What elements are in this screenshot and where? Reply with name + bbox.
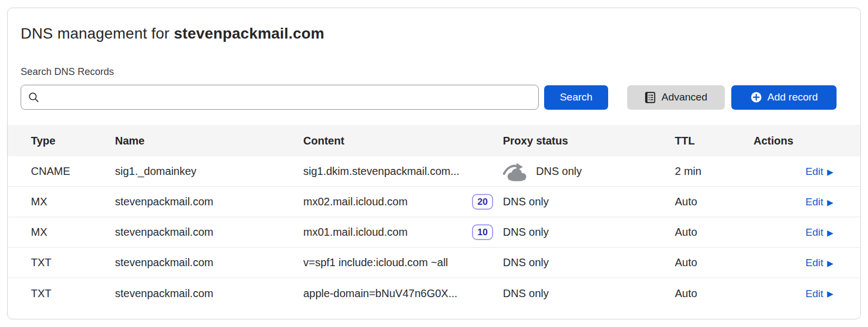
cell-actions: Edit▶: [754, 165, 833, 178]
advanced-list-icon: [644, 91, 656, 104]
table-row: TXT stevenpackmail.com v=spf1 include:ic…: [8, 248, 860, 278]
cell-ttl: Auto: [675, 196, 754, 208]
cell-name: stevenpackmail.com: [115, 287, 303, 300]
table-row: TXT stevenpackmail.com apple-domain=bNuV…: [8, 278, 860, 309]
dns-toolbar: Search Advanced Add record: [21, 85, 837, 110]
record-content: mx01.mail.icloud.com: [303, 226, 407, 238]
cell-actions: Edit▶: [754, 287, 833, 300]
record-content: mx02.mail.icloud.com: [303, 196, 407, 208]
proxy-status-label: DNS only: [503, 196, 548, 208]
table-row: MX stevenpackmail.com mx02.mail.icloud.c…: [8, 187, 860, 217]
edit-link-label: Edit: [806, 257, 824, 269]
search-button[interactable]: Search: [544, 85, 608, 110]
cell-actions: Edit▶: [754, 196, 833, 208]
cell-content: v=spf1 include:icloud.com ~all: [303, 256, 503, 269]
advanced-button-label: Advanced: [661, 91, 707, 103]
cell-ttl: 2 min: [675, 165, 754, 178]
priority-badge: 20: [472, 194, 493, 210]
cell-name: sig1._domainkey: [115, 165, 303, 178]
cell-type: TXT: [31, 287, 115, 300]
cell-type: CNAME: [31, 165, 115, 178]
page-title-prefix: DNS management for: [21, 25, 174, 42]
proxy-status-label: DNS only: [536, 165, 582, 178]
edit-arrow-icon: ▶: [827, 290, 833, 298]
cell-actions: Edit▶: [754, 256, 833, 269]
search-icon: [28, 91, 40, 103]
cell-ttl: Auto: [675, 226, 754, 238]
cell-type: MX: [31, 226, 115, 238]
cell-content: sig1.dkim.stevenpackmail.com...: [303, 165, 503, 178]
edit-link[interactable]: Edit▶: [806, 257, 833, 269]
record-content: apple-domain=bNuV47n6G0X...: [303, 287, 457, 300]
plus-circle-icon: [750, 91, 762, 103]
column-header-actions: Actions: [754, 135, 833, 147]
cell-ttl: Auto: [675, 287, 754, 300]
table-row: MX stevenpackmail.com mx01.mail.icloud.c…: [8, 217, 860, 248]
cell-content: mx02.mail.icloud.com 20: [303, 194, 503, 210]
cell-ttl: Auto: [675, 256, 754, 269]
cell-type: MX: [31, 196, 115, 208]
edit-arrow-icon: ▶: [827, 229, 833, 237]
edit-arrow-icon: ▶: [827, 259, 833, 267]
column-header-proxy-status: Proxy status: [503, 135, 675, 147]
cell-name: stevenpackmail.com: [115, 196, 303, 208]
column-header-type: Type: [31, 135, 115, 147]
advanced-button[interactable]: Advanced: [627, 85, 725, 110]
cell-proxy-status: DNS only: [503, 287, 675, 300]
table-row: CNAME sig1._domainkey sig1.dkim.stevenpa…: [8, 156, 860, 187]
add-record-button-label: Add record: [768, 91, 818, 103]
table-header-row: Type Name Content Proxy status TTL Actio…: [8, 125, 860, 156]
cell-name: stevenpackmail.com: [115, 226, 303, 238]
cell-proxy-status: DNS only: [503, 226, 675, 238]
record-content: v=spf1 include:icloud.com ~all: [303, 256, 448, 269]
priority-badge: 10: [472, 224, 493, 240]
edit-link-label: Edit: [806, 288, 824, 300]
proxy-status-label: DNS only: [503, 226, 548, 238]
cell-name: stevenpackmail.com: [115, 256, 303, 269]
proxy-status-label: DNS only: [503, 256, 548, 269]
cell-proxy-status: DNS only: [503, 196, 675, 208]
search-input-wrapper[interactable]: [21, 85, 539, 110]
edit-link[interactable]: Edit▶: [806, 227, 833, 238]
dns-only-cloud-arrow-icon: [503, 162, 528, 181]
edit-arrow-icon: ▶: [827, 198, 833, 206]
column-header-name: Name: [115, 135, 303, 147]
page-title: DNS management for stevenpackmail.com: [21, 25, 860, 42]
page-title-domain: stevenpackmail.com: [174, 25, 324, 42]
cell-type: TXT: [31, 256, 115, 269]
add-record-button[interactable]: Add record: [731, 85, 837, 110]
edit-link-label: Edit: [806, 196, 824, 208]
search-label: Search DNS Records: [21, 66, 860, 78]
column-header-ttl: TTL: [675, 135, 754, 147]
edit-link-label: Edit: [806, 166, 824, 178]
cell-actions: Edit▶: [754, 226, 833, 238]
dns-management-card: DNS management for stevenpackmail.com Se…: [7, 8, 861, 319]
edit-arrow-icon: ▶: [827, 168, 833, 176]
cell-content: apple-domain=bNuV47n6G0X...: [303, 287, 503, 300]
edit-link-label: Edit: [806, 227, 824, 238]
edit-link[interactable]: Edit▶: [806, 166, 833, 178]
dns-records-table-body: CNAME sig1._domainkey sig1.dkim.stevenpa…: [8, 156, 860, 309]
cell-proxy-status: DNS only: [503, 162, 675, 181]
column-header-content: Content: [303, 135, 503, 147]
edit-link[interactable]: Edit▶: [806, 288, 833, 300]
search-input[interactable]: [44, 92, 532, 103]
record-content: sig1.dkim.stevenpackmail.com...: [303, 165, 459, 178]
cell-proxy-status: DNS only: [503, 256, 675, 269]
edit-link[interactable]: Edit▶: [806, 196, 833, 208]
cell-content: mx01.mail.icloud.com 10: [303, 224, 503, 240]
proxy-status-label: DNS only: [503, 287, 548, 300]
